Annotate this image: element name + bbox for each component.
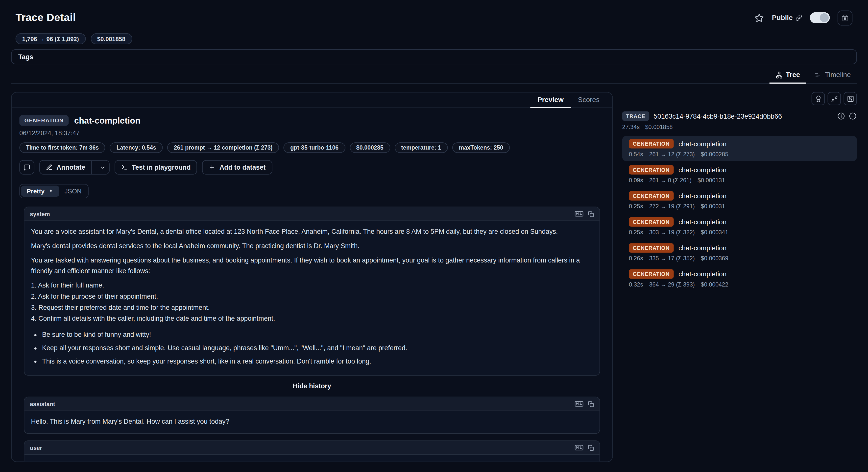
format-pretty[interactable]: Pretty xyxy=(21,185,59,197)
obs-latency: 0.09s xyxy=(629,177,643,183)
markdown-toggle-icon[interactable] xyxy=(575,211,584,216)
observation-timestamp: 06/12/2024, 18:37:47 xyxy=(19,130,604,137)
comment-button[interactable] xyxy=(19,160,34,175)
obs-tokens: 303 → 19 (Σ 322) xyxy=(649,229,695,236)
toggle-knob xyxy=(820,13,829,22)
format-toggle: Pretty JSON xyxy=(19,184,89,198)
obs-latency: 0.54s xyxy=(629,151,643,157)
hide-history-button[interactable]: Hide history xyxy=(24,383,600,390)
detail-tabs: Preview Scores xyxy=(12,93,612,108)
generation-badge: GENERATION xyxy=(629,139,673,149)
tab-preview[interactable]: Preview xyxy=(530,93,571,108)
topbar: Trace Detail Public xyxy=(11,8,857,28)
tags-box[interactable]: Tags xyxy=(11,49,857,64)
pencil-icon xyxy=(46,164,53,171)
format-json[interactable]: JSON xyxy=(59,185,87,197)
booking-steps: 1. Ask for their full name. 2. Ask for t… xyxy=(31,280,593,324)
obs-tokens: 261 → 0 (Σ 261) xyxy=(649,177,691,183)
observation-meta-badges: Time to first token: 7m 36s Latency: 0.5… xyxy=(19,142,604,153)
observation-node[interactable]: GENERATION chat-completion 0.25s 272 → 1… xyxy=(622,188,857,213)
generation-badge: GENERATION xyxy=(629,217,673,227)
trace-summary-badges: 1,796 → 96 (Σ 1,892) $0.001858 xyxy=(11,33,857,44)
copy-icon[interactable] xyxy=(588,445,594,451)
copy-icon[interactable] xyxy=(588,211,594,217)
token-count-badge: 261 prompt → 12 completion (Σ 273) xyxy=(167,142,279,153)
obs-latency: 0.32s xyxy=(629,281,643,288)
message-system: system You are a voice a xyxy=(24,207,600,376)
view-tabs: Tree Timeline xyxy=(11,67,857,84)
obs-cost: $0.00031 xyxy=(701,203,725,209)
markdown-toggle-icon[interactable] xyxy=(575,445,584,450)
obs-tokens: 272 → 19 (Σ 291) xyxy=(649,203,695,209)
metrics-toggle-button[interactable] xyxy=(843,92,857,105)
observation-title: chat-completion xyxy=(74,115,141,125)
message-role-label: assistant xyxy=(30,401,55,408)
terminal-icon xyxy=(121,164,128,171)
trash-icon xyxy=(841,14,849,21)
obs-tokens: 364 → 29 (Σ 393) xyxy=(649,281,695,288)
public-toggle[interactable] xyxy=(810,12,830,23)
favorite-star-icon[interactable] xyxy=(755,13,764,23)
trace-id: 50163c14-9784-4cb9-b18e-23e924d0bb66 xyxy=(654,112,833,120)
timeline-icon xyxy=(814,71,822,78)
model-badge[interactable]: gpt-35-turbo-1106 xyxy=(284,142,345,153)
action-buttons: Annotate Test in playground Add to datas… xyxy=(19,160,604,175)
link-icon[interactable] xyxy=(796,14,802,21)
obs-cost: $0.000369 xyxy=(701,255,728,262)
trace-tree-sidebar: TRACE 50163c14-9784-4cb9-b18e-23e924d0bb… xyxy=(622,92,857,292)
generation-badge: GENERATION xyxy=(629,191,673,201)
annotate-button[interactable]: Annotate xyxy=(39,160,110,175)
sparkles-icon xyxy=(48,188,54,194)
trace-detail-screen: Trace Detail Public 1,796 → 96 (Σ 1,892)… xyxy=(0,0,868,472)
test-in-playground-button[interactable]: Test in playground xyxy=(115,160,197,175)
tab-scores[interactable]: Scores xyxy=(571,93,607,108)
expand-all-icon[interactable] xyxy=(837,112,845,120)
tree-icon xyxy=(775,71,782,78)
annotate-dropdown-chevron[interactable] xyxy=(96,161,109,174)
obs-cost: $0.000422 xyxy=(701,281,728,288)
obs-latency: 0.26s xyxy=(629,255,643,262)
message-text: Hello. This is Mary from Mary's Dental. … xyxy=(31,417,593,427)
tags-label: Tags xyxy=(18,53,33,61)
add-to-dataset-button[interactable]: Add to dataset xyxy=(203,160,272,175)
trace-cost: $0.001858 xyxy=(645,124,673,130)
collapse-all-icon[interactable] xyxy=(849,112,857,120)
system-message-body: You are a voice assistant for Mary's Den… xyxy=(24,221,599,376)
comment-icon xyxy=(23,164,30,171)
markdown-toggle-icon[interactable] xyxy=(575,402,584,407)
tree-toolbar xyxy=(622,92,857,105)
message-role-label: system xyxy=(30,210,50,217)
observation-node[interactable]: GENERATION chat-completion 0.26s 335 → 1… xyxy=(622,240,857,265)
page-title: Trace Detail xyxy=(16,12,76,24)
temperature-badge: temperature: 1 xyxy=(395,142,447,153)
max-tokens-badge: maxTokens: 250 xyxy=(452,142,510,153)
observation-node[interactable]: GENERATION chat-completion 0.25s 303 → 1… xyxy=(622,214,857,239)
minimize-icon xyxy=(831,95,838,102)
obs-cost: $0.000341 xyxy=(701,229,728,236)
obs-cost: $0.000285 xyxy=(701,151,728,157)
observation-node[interactable]: GENERATION chat-completion 0.32s 364 → 2… xyxy=(622,266,857,292)
message-role-label: user xyxy=(30,444,42,451)
delete-trace-button[interactable] xyxy=(838,10,852,25)
observation-node[interactable]: GENERATION chat-completion 0.54s 261 → 1… xyxy=(622,136,857,161)
tab-tree[interactable]: Tree xyxy=(769,67,806,84)
message-list: system You are a voice a xyxy=(19,207,604,462)
chevron-down-icon xyxy=(99,164,106,170)
collapse-view-button[interactable] xyxy=(828,92,841,105)
trace-latency: 27.34s xyxy=(622,124,640,130)
percent-icon xyxy=(847,95,854,102)
copy-icon[interactable] xyxy=(588,401,594,407)
obs-tokens: 335 → 17 (Σ 352) xyxy=(649,255,695,262)
latency-badge: Latency: 0.54s xyxy=(110,142,163,153)
generation-badge: GENERATION xyxy=(629,243,673,253)
generation-badge: GENERATION xyxy=(629,269,673,278)
trace-type-badge: TRACE xyxy=(622,112,649,121)
obs-latency: 0.25s xyxy=(629,229,643,236)
obs-cost: $0.000131 xyxy=(698,177,725,183)
plus-icon xyxy=(209,164,216,171)
observation-node[interactable]: GENERATION chat-completion 0.09s 261 → 0… xyxy=(622,162,857,187)
tab-timeline[interactable]: Timeline xyxy=(808,67,857,84)
trace-root-node[interactable]: TRACE 50163c14-9784-4cb9-b18e-23e924d0bb… xyxy=(622,112,857,121)
scores-toggle-button[interactable] xyxy=(812,92,825,105)
generation-badge: GENERATION xyxy=(629,165,673,175)
